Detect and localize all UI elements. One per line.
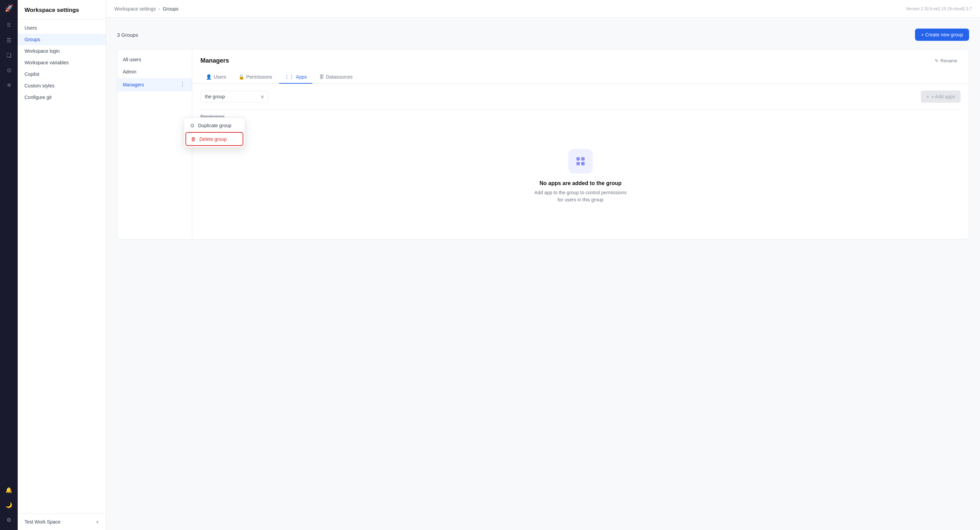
group-list-item-admin[interactable]: Admin [118,66,192,78]
icon-bar: 🚀 ⠿ ☰ ❑ ⊙ ⁜ 🔔 🌙 ⚙ [0,0,18,530]
sidebar: Workspace settings Users Groups Workspac… [18,0,106,530]
nav-icon-layers[interactable]: ❑ [3,49,15,61]
breadcrumb: Workspace settings › Groups [115,6,179,11]
svg-rect-2 [576,162,580,165]
sidebar-item-users[interactable]: Users [18,22,106,34]
tab-datasources[interactable]: 🗄 Datasources [314,71,358,84]
apps-content: the group ∨ + + Add apps Permissions [192,84,969,239]
sidebar-item-copilot[interactable]: Copilot [18,68,106,80]
chevron-down-icon: ∨ [261,94,264,99]
sidebar-item-configure-git[interactable]: Configure git [18,92,106,103]
permissions-tab-icon: 🔒 [239,74,244,79]
group-detail-header: Managers ✎ Rename [192,49,969,65]
sidebar-item-custom-styles[interactable]: Custom styles [18,80,106,92]
breadcrumb-parent[interactable]: Workspace settings [115,6,156,11]
group-list-item-managers[interactable]: Managers ⋮ [118,78,192,92]
group-options-button[interactable]: ⋮ [178,81,186,88]
nav-icon-database[interactable]: ⊙ [3,64,15,76]
nav-icon-list[interactable]: ☰ [3,34,15,46]
version-label: Version 2.33.6-ee2.15.19-cloud2.3.7 [906,6,972,11]
groups-count: 3 Groups [117,32,138,38]
nav-icon-bell[interactable]: 🔔 [3,484,15,496]
plus-icon: + [926,94,929,99]
duplicate-group-item[interactable]: ⊙ Duplicate group [185,119,243,132]
sidebar-item-groups[interactable]: Groups [18,34,106,45]
chevron-down-icon: ∨ [96,519,99,524]
top-bar: Workspace settings › Groups Version 2.33… [106,0,980,18]
content-area: 3 Groups + Create new group All users Ad… [106,18,980,530]
sidebar-footer[interactable]: Test Work Space ∨ [18,513,106,530]
add-apps-button[interactable]: + + Add apps [921,90,961,103]
app-logo[interactable]: 🚀 [5,4,13,12]
tabs: 👤 Users 🔒 Permissions ⋮⋮ Apps 🗄 [192,71,969,84]
nav-icon-puzzle[interactable]: ⁜ [3,79,15,91]
edit-icon: ✎ [935,58,939,63]
empty-state: No apps are added to the group Add app t… [200,129,961,224]
svg-rect-1 [581,157,585,160]
empty-state-title: No apps are added to the group [540,180,622,186]
group-name: Managers [200,57,229,64]
trash-icon: 🗑 [191,136,196,142]
tab-apps[interactable]: ⋮⋮ Apps [279,71,312,84]
main-content: Workspace settings › Groups Version 2.33… [106,0,980,530]
empty-state-icon [568,149,593,173]
apps-filter-row: the group ∨ + + Add apps [200,90,961,103]
svg-rect-3 [581,162,585,165]
tab-permissions[interactable]: 🔒 Permissions [233,71,278,84]
groups-header: 3 Groups + Create new group [117,29,969,41]
create-group-button[interactable]: + Create new group [915,29,969,41]
breadcrumb-separator: › [159,6,160,11]
groups-panel: All users Admin Managers ⋮ Managers [117,49,969,240]
sidebar-title: Workspace settings [18,0,106,19]
users-tab-icon: 👤 [206,74,212,79]
tab-users[interactable]: 👤 Users [200,71,232,84]
sidebar-item-workspace-login[interactable]: Workspace login [18,45,106,57]
sidebar-nav: Users Groups Workspace login Workspace v… [18,19,106,513]
groups-list: All users Admin Managers ⋮ [118,49,192,239]
filter-select[interactable]: the group ∨ [200,91,269,102]
breadcrumb-current: Groups [163,6,179,11]
dropdown-menu: ⊙ Duplicate group 🗑 Delete group [184,117,245,148]
empty-state-description: Add app to the group to control permissi… [533,189,628,203]
group-detail: Managers ✎ Rename 👤 Users 🔒 [192,49,969,239]
rename-button[interactable]: ✎ Rename [931,56,961,65]
svg-rect-0 [576,157,580,160]
datasources-tab-icon: 🗄 [319,74,324,79]
nav-icon-grid[interactable]: ⠿ [3,19,15,31]
group-list-item-all-users[interactable]: All users [118,53,192,66]
nav-icon-moon[interactable]: 🌙 [3,499,15,511]
delete-group-item[interactable]: 🗑 Delete group [185,132,243,146]
apps-tab-icon: ⋮⋮ [285,74,294,79]
nav-icon-gear[interactable]: ⚙ [3,514,15,526]
sidebar-item-workspace-variables[interactable]: Workspace variables [18,57,106,68]
duplicate-icon: ⊙ [190,122,195,129]
workspace-name: Test Work Space [24,519,60,525]
permissions-column-header: Permissions [200,109,961,123]
